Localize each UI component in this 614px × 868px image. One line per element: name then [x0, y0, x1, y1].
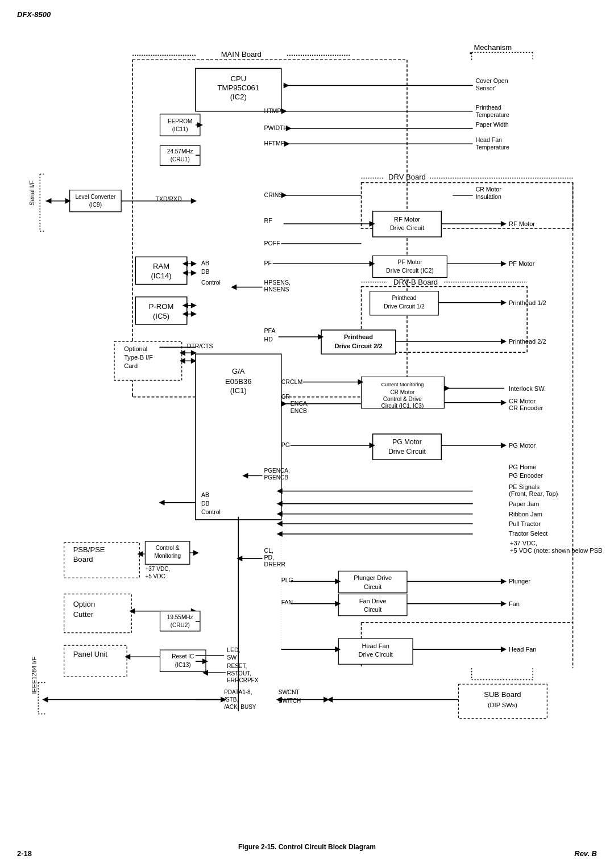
svg-text:Head Fan: Head Fan	[476, 136, 502, 143]
svg-marker-200	[159, 500, 165, 506]
svg-marker-161	[501, 400, 507, 406]
svg-text:Level Converter: Level Converter	[75, 194, 116, 200]
svg-text:+5 VDC (note: shown below PSB : +5 VDC (note: shown below PSB label)	[510, 547, 603, 554]
svg-text:/ACK, BUSY: /ACK, BUSY	[224, 704, 256, 710]
svg-text:Pull Tractor: Pull Tractor	[509, 520, 541, 527]
svg-text:CRCLM: CRCLM	[281, 378, 303, 385]
svg-marker-49	[45, 198, 51, 204]
svg-text:Sensor': Sensor'	[476, 85, 496, 91]
svg-text:PF Motor: PF Motor	[397, 258, 422, 265]
svg-text:SW: SW	[227, 654, 237, 661]
svg-text:PWIDTH: PWIDTH	[264, 124, 288, 131]
svg-text:CR Encoder: CR Encoder	[509, 404, 543, 411]
svg-text:E05B36: E05B36	[225, 377, 251, 386]
svg-text:(IC2): (IC2)	[230, 93, 247, 101]
svg-text:ENCA,: ENCA,	[291, 400, 309, 407]
svg-text:Ribbon Jam: Ribbon Jam	[509, 511, 542, 518]
svg-text:SUB Board: SUB Board	[484, 690, 521, 699]
svg-text:(CRU2): (CRU2)	[171, 622, 190, 628]
svg-marker-158	[444, 386, 450, 391]
svg-text:Control & Drive: Control & Drive	[383, 396, 422, 402]
figure-caption: Figure 2-15. Control Circuit Block Diagr…	[238, 843, 376, 851]
svg-marker-156	[281, 401, 287, 407]
svg-text:Control: Control	[201, 508, 221, 515]
svg-marker-113	[191, 303, 197, 308]
svg-marker-16	[284, 83, 289, 89]
svg-text:PG: PG	[281, 441, 290, 448]
svg-marker-247	[501, 601, 507, 607]
svg-text:HD: HD	[264, 336, 273, 343]
svg-text:Printhead: Printhead	[476, 104, 501, 111]
svg-text:TMP95C061: TMP95C061	[218, 84, 259, 92]
svg-marker-301	[327, 697, 333, 703]
svg-text:Control: Control	[201, 279, 221, 286]
block-diagram: MAIN Board Mechanism CPU TMP95C061 (IC2)…	[17, 28, 603, 840]
svg-marker-93	[501, 261, 507, 266]
svg-text:(IC1): (IC1)	[230, 386, 247, 395]
svg-text:PG Motor: PG Motor	[509, 442, 536, 449]
svg-marker-290	[42, 697, 48, 703]
svg-text:Printhead 2/2: Printhead 2/2	[509, 338, 546, 345]
page-footer-left: 2-18	[17, 849, 32, 858]
svg-text:Fan Drive: Fan Drive	[359, 598, 387, 604]
svg-marker-116	[191, 311, 197, 317]
svg-text:Drive Circuit: Drive Circuit	[359, 651, 393, 658]
page-footer-right: Rev. B	[574, 849, 597, 858]
svg-text:DB: DB	[201, 500, 210, 507]
svg-text:Fan: Fan	[509, 600, 520, 607]
svg-text:RF Motor: RF Motor	[394, 216, 420, 223]
svg-text:CPU: CPU	[230, 74, 246, 83]
svg-marker-28	[284, 141, 290, 147]
svg-text:(DIP SWs): (DIP SWs)	[488, 702, 517, 708]
svg-text:(IC13): (IC13)	[175, 662, 191, 668]
svg-text:/STB,: /STB,	[224, 696, 238, 703]
svg-text:(IC9): (IC9)	[89, 202, 102, 208]
svg-text:ENCB: ENCB	[291, 407, 307, 414]
svg-text:Drive Circuit 2/2: Drive Circuit 2/2	[334, 343, 382, 349]
svg-marker-213	[193, 550, 199, 556]
svg-text:Reset IC: Reset IC	[172, 653, 194, 660]
svg-text:IEEE1284 I/F: IEEE1284 I/F	[31, 657, 38, 694]
svg-text:Cover Open: Cover Open	[476, 77, 508, 84]
svg-text:HNSENS: HNSENS	[264, 286, 289, 293]
svg-text:19.55MHz: 19.55MHz	[167, 614, 193, 620]
svg-text:Drive Circuit (IC2): Drive Circuit (IC2)	[386, 267, 434, 274]
svg-text:(Front, Rear, Top): (Front, Rear, Top)	[509, 490, 558, 497]
svg-text:G/A: G/A	[232, 367, 245, 375]
svg-text:Card: Card	[124, 362, 138, 369]
svg-text:Interlock SW.: Interlock SW.	[509, 385, 546, 392]
svg-text:Insulation: Insulation	[476, 193, 501, 200]
svg-marker-238	[501, 578, 507, 584]
svg-marker-81	[191, 270, 197, 276]
svg-text:Option: Option	[73, 600, 96, 608]
svg-text:ERRCRPFX: ERRCRPFX	[227, 677, 259, 683]
svg-text:Type-B I/F: Type-B I/F	[124, 354, 153, 361]
svg-text:Cutter: Cutter	[73, 610, 94, 619]
svg-text:Drive Circuit 1/2: Drive Circuit 1/2	[384, 303, 425, 310]
svg-marker-19	[281, 108, 287, 114]
svg-text:PG Motor: PG Motor	[392, 438, 422, 446]
svg-marker-277	[501, 646, 507, 652]
svg-text:Head Fan: Head Fan	[362, 642, 389, 649]
svg-text:Control &: Control &	[156, 545, 180, 551]
svg-text:Drive Circuit: Drive Circuit	[388, 448, 426, 456]
svg-text:Paper Jam: Paper Jam	[509, 500, 539, 507]
svg-marker-59	[281, 193, 287, 198]
svg-rect-31	[160, 114, 200, 136]
svg-marker-220	[237, 556, 242, 561]
svg-text:Plunger Drive: Plunger Drive	[354, 574, 392, 581]
svg-text:Printhead: Printhead	[392, 295, 416, 301]
svg-text:CL,: CL,	[264, 547, 273, 554]
svg-text:PG Home: PG Home	[509, 464, 537, 470]
svg-text:Head Fan: Head Fan	[509, 646, 537, 653]
svg-text:AB: AB	[201, 260, 209, 266]
svg-text:DRERR: DRERR	[264, 561, 286, 567]
page-header: DFX-8500	[17, 10, 51, 19]
svg-text:RF: RF	[264, 217, 273, 224]
svg-text:Printhead: Printhead	[344, 333, 373, 340]
svg-marker-192	[277, 521, 283, 527]
svg-text:RAM: RAM	[153, 262, 169, 270]
svg-text:POFF: POFF	[264, 240, 281, 247]
svg-text:HFTMP: HFTMP	[264, 140, 285, 147]
svg-text:PE Signals: PE Signals	[509, 483, 540, 490]
